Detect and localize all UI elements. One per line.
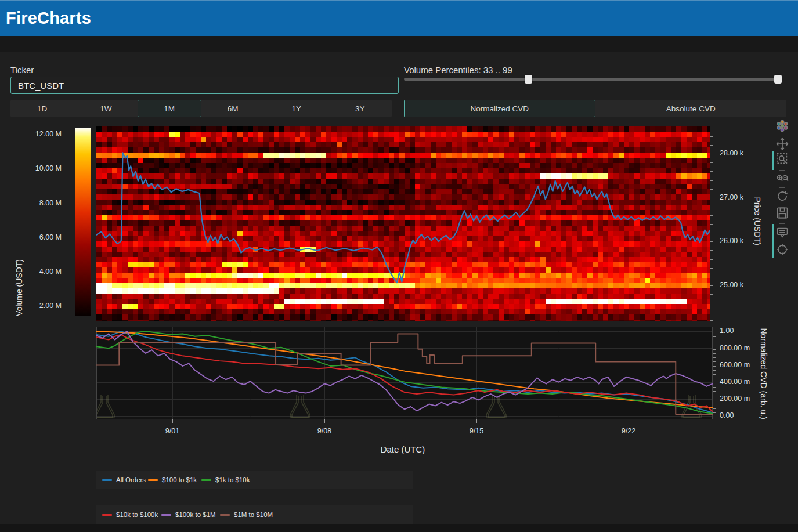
firecharts-app: FireCharts Ticker 1D 1W 1M 6M 1Y 3Y Volu… (0, 0, 798, 532)
volume-percentile-slider-track[interactable] (404, 78, 782, 81)
cvd-mode-absolute-button[interactable]: Absolute CVD (595, 100, 787, 117)
cvd-mode-normalized-button[interactable]: Normalized CVD (404, 100, 595, 117)
price-tick: 27.00 k (720, 193, 743, 201)
volume-tick: 8.00 M (12, 199, 62, 207)
volume-percentile-high-handle[interactable] (774, 75, 782, 84)
timeframe-button-group: 1D 1W 1M 6M 1Y 3Y (10, 100, 392, 117)
x-tickmark (324, 419, 325, 423)
cvd-axis-title: Normalized CVD (arb. u.) (759, 316, 768, 432)
hover-mode-active-indicator (772, 224, 774, 258)
heatmap-price-chart[interactable] (96, 126, 710, 321)
timeframe-button-1d[interactable]: 1D (10, 100, 74, 117)
volume-tick: 6.00 M (12, 233, 62, 241)
x-tick: 9/01 (155, 427, 190, 435)
x-tick: 9/15 (459, 427, 494, 435)
legend-item-1m-10m[interactable]: $1M to $10M (220, 511, 273, 519)
legend-swatch (220, 514, 230, 516)
timeframe-button-1y[interactable]: 1Y (265, 100, 328, 117)
volume-percentile-low-handle[interactable] (525, 75, 532, 84)
legend-item-100k-1m[interactable]: $100k to $1M (161, 511, 216, 519)
legend-label: $10k to $100k (116, 511, 158, 518)
price-axis-ticks (710, 128, 713, 321)
price-tick: 28.00 k (720, 149, 743, 157)
x-tickmark (629, 419, 629, 423)
timeframe-button-1m[interactable]: 1M (138, 100, 201, 117)
cvd-tick: 400.00 m (720, 378, 750, 386)
cvd-mode-button-group: Normalized CVD Absolute CVD (404, 100, 786, 117)
legend-label: $100 to $1k (162, 476, 197, 483)
volume-axis-title: Volume (USDT) (15, 253, 24, 323)
volume-tick: 10.00 M (12, 164, 62, 172)
hover-tooltip-icon[interactable] (776, 226, 789, 239)
save-snapshot-icon[interactable] (776, 207, 789, 219)
modebar-separator (779, 223, 785, 224)
legend-swatch (102, 479, 112, 481)
legend-label: $1M to $10M (234, 511, 273, 518)
timeframe-button-1w[interactable]: 1W (74, 100, 138, 117)
toggle-spikelines-icon[interactable] (776, 243, 789, 256)
box-zoom-icon[interactable] (776, 153, 789, 165)
timeframe-button-6m[interactable]: 6M (201, 100, 265, 117)
app-header: FireCharts (0, 0, 798, 36)
plotly-logo-icon[interactable] (776, 120, 789, 132)
zoom-in-out-icon[interactable] (776, 172, 789, 185)
x-axis-title: Date (UTC) (368, 444, 438, 454)
x-tick: 9/22 (611, 427, 646, 435)
x-tickmark (172, 419, 173, 423)
modebar-separator (779, 170, 785, 171)
ticker-label: Ticker (10, 65, 34, 75)
legend-label: $1k to $10k (215, 476, 250, 483)
legend-item-10k-100k[interactable]: $10k to $100k (102, 511, 158, 519)
x-tick: 9/08 (307, 427, 342, 435)
normalized-cvd-chart[interactable] (96, 327, 713, 419)
cvd-tick: 0.00 (720, 411, 734, 419)
price-tick: 25.00 k (720, 281, 743, 289)
cvd-tick: 1.00 (720, 327, 734, 335)
bottom-strip (0, 524, 798, 532)
volume-percentiles-label: Volume Percentiles: 33 .. 99 (404, 65, 512, 75)
volume-colorbar (75, 128, 91, 316)
cvd-tick: 200.00 m (720, 395, 750, 403)
app-title: FireCharts (0, 0, 798, 36)
legend-item-100-1k[interactable]: $100 to $1k (148, 476, 197, 484)
price-axis-title: Price (USDT) (753, 186, 762, 256)
x-tickmark (476, 419, 477, 423)
legend-swatch (148, 479, 158, 481)
legend-swatch (102, 514, 112, 516)
box-zoom-active-indicator (772, 151, 774, 170)
legend-label: All Orders (116, 476, 146, 483)
price-tick: 26.00 k (720, 237, 743, 245)
legend-swatch (201, 479, 211, 481)
legend-item-all-orders[interactable]: All Orders (102, 476, 146, 484)
pan-icon[interactable] (776, 137, 789, 150)
cvd-tick: 600.00 m (720, 361, 750, 369)
autoscale-icon[interactable] (776, 190, 789, 202)
cvd-tick: 800.00 m (720, 344, 750, 352)
legend-item-1k-10k[interactable]: $1k to $10k (201, 476, 250, 484)
legend-label: $100k to $1M (175, 511, 216, 518)
modebar-separator (779, 187, 785, 188)
timeframe-button-3y[interactable]: 3Y (328, 100, 392, 117)
volume-tick: 12.00 M (12, 130, 62, 138)
ticker-input[interactable] (10, 77, 399, 94)
cvd-axis-ticks (713, 328, 716, 418)
header-substrip (0, 36, 798, 52)
legend-swatch (161, 514, 171, 516)
